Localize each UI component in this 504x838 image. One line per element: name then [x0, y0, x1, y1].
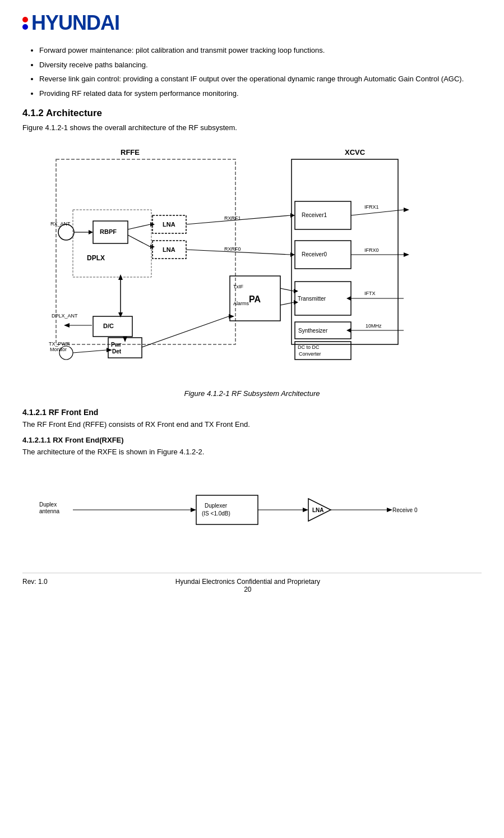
txif-label: TxIF: [233, 284, 243, 289]
section-41211-text: The architecture of the RXFE is shown in…: [22, 446, 482, 458]
section-41211-heading: 4.1.2.1.1 RX Front End(RXFE): [22, 436, 482, 444]
ifrx1-arrow: [351, 210, 404, 215]
rx-ant-arrowhead: [89, 230, 93, 234]
duplexer-label1: Duplexer: [205, 503, 228, 509]
footer-rev: Rev: 1.0: [22, 578, 48, 593]
dplx-label: DPLX: [87, 254, 105, 262]
10mhz-arrowhead: [346, 328, 351, 333]
pa-tx-top-arrowhead: [294, 289, 298, 293]
receiver1-label: Receiver1: [302, 212, 327, 218]
dc-label: D/C: [103, 323, 114, 329]
receive0-label: Receive 0: [392, 507, 418, 513]
bullet-list: Forward power maintenance: pilot calibra…: [39, 45, 482, 99]
rxrf1-label: RXRF1: [224, 215, 241, 221]
duplex-to-duplexer-arrowhead: [191, 508, 196, 512]
lna-to-receive-arrowhead: [387, 508, 392, 512]
dc-pwr-arrowhead: [123, 337, 127, 342]
tx-pwr-arrow: [73, 350, 107, 353]
page-footer: Rev: 1.0 Hyundai Electronics Confidentia…: [22, 573, 482, 593]
tx-pwr-arrowhead: [107, 348, 112, 352]
pa-label: PA: [249, 294, 261, 304]
section-412-intro: Figure 4.1.2-1 shows the overall archite…: [22, 122, 482, 133]
figure-caption-412: Figure 4.1.2-1 RF Subsystem Architecture: [22, 388, 482, 399]
transmitter-label: Transmitter: [298, 296, 326, 302]
alarms-label: Alarms: [233, 301, 249, 306]
rxfe-svg: Duplex antenna Duplexer (IS <1.0dB) LNA …: [22, 466, 482, 556]
bullet-item-4: Providing RF related data for system per…: [39, 88, 482, 99]
logo-dots: [22, 17, 28, 30]
diagram-svg: RFFE XCVC RX_ANT RBPF LNA LNA DPLX: [22, 142, 482, 384]
section-4121-heading: 4.1.2.1 RF Front End: [22, 408, 482, 417]
logo-text: HYUNDAI: [31, 11, 119, 35]
footer-page: 20: [244, 586, 251, 593]
section-412-heading: 4.1.2 Architecture: [22, 108, 482, 119]
lna-bottom-label: LNA: [163, 246, 175, 253]
dc-converter-label1: DC to DC: [298, 344, 320, 350]
header-logo: HYUNDAI: [22, 11, 482, 35]
section-4121-text: The RF Front End (RFFE) consists of RX F…: [22, 419, 482, 430]
pwrdet-label1: Pwr: [111, 342, 121, 348]
synthesizer-label: Synthesizer: [298, 328, 328, 334]
duplexer-box: [196, 495, 258, 524]
rbpf-label: RBPF: [100, 228, 117, 235]
pwrdet-pa-arrowhead: [229, 314, 234, 319]
dc-converter-label2: Converter: [299, 351, 321, 357]
rffe-label: RFFE: [121, 148, 140, 156]
rffe-border: [56, 159, 235, 344]
bullet-item-2: Diversity receive paths balancing.: [39, 59, 482, 71]
pwrdet-label2: Det: [112, 348, 122, 354]
ifrx1-arrowhead: [404, 208, 409, 212]
iftx-arrowhead: [346, 296, 351, 301]
duplex-antenna-label2: antenna: [39, 508, 60, 514]
xcvc-label: XCVC: [345, 148, 366, 156]
rxrf0-label: RXRF0: [224, 246, 241, 252]
lna-top-label: LNA: [163, 221, 175, 228]
pwrdet-pa-arrow: [142, 316, 229, 347]
duplexer-to-lna-arrowhead: [303, 508, 308, 512]
rx-ant-symbol: [58, 224, 74, 240]
rbpf-lna-bottom-arrow: [128, 235, 150, 247]
footer-confidential: Hyundai Electronics Confidential and Pro…: [175, 578, 320, 586]
ifrx1-label: IFRX1: [364, 204, 379, 210]
duplex-antenna-label1: Duplex: [39, 501, 57, 508]
rxfe-diagram: Duplex antenna Duplexer (IS <1.0dB) LNA …: [22, 466, 482, 556]
tx-pwr-label1: TX_PWR: [49, 341, 70, 347]
ifrx0-label: IFRX0: [364, 247, 379, 253]
rx-ant-label: RX_ANT: [50, 221, 71, 227]
duplexer-label2: (IS <1.0dB): [202, 510, 230, 517]
dplx-ant-label: DPLX_ANT: [52, 313, 78, 319]
10mhz-label: 10MHz: [366, 323, 382, 329]
iftx-label: IFTX: [364, 291, 376, 296]
footer-center: Hyundai Electronics Confidential and Pro…: [48, 578, 448, 593]
logo-dot-red: [22, 17, 28, 22]
rxrf0-arrowhead: [290, 252, 295, 257]
dplx-ant-arrowhead: [64, 323, 70, 328]
rxrf1-arrowhead: [290, 213, 295, 218]
rbpf-lna-top-arrow: [128, 224, 150, 229]
architecture-diagram: RFFE XCVC RX_ANT RBPF LNA LNA DPLX: [22, 142, 482, 384]
lna-rxfe-label: LNA: [312, 507, 324, 513]
bullet-item-1: Forward power maintenance: pilot calibra…: [39, 45, 482, 56]
receiver0-label: Receiver0: [302, 251, 327, 257]
logo-dot-blue: [22, 24, 28, 30]
tx-pwr-label2: Monitor: [50, 347, 67, 352]
bullet-item-3: Reverse link gain control: providing a c…: [39, 73, 482, 85]
ifrx0-arrowhead: [404, 252, 409, 257]
